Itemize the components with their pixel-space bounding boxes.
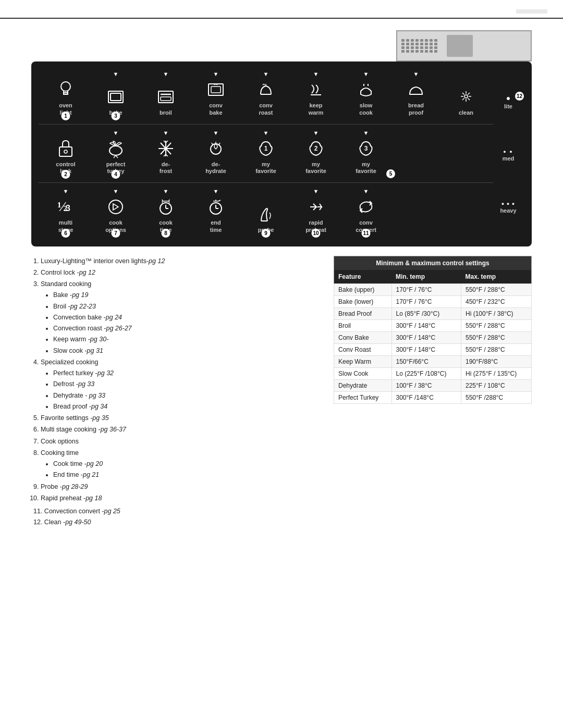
col-min-temp: Min. temp bbox=[391, 270, 461, 284]
btn-conv-bake[interactable]: convbake bbox=[191, 78, 241, 117]
btn-bake[interactable]: bake 3 bbox=[91, 85, 141, 117]
btn-broil[interactable]: broil bbox=[141, 85, 191, 117]
svg-rect-6 bbox=[161, 97, 171, 101]
table-row: Conv Bake300°F / 148°C550°F / 288°C bbox=[334, 331, 532, 343]
note-3c: Convection bake ‑pg 24 bbox=[53, 312, 323, 323]
keep-warm-icon bbox=[307, 78, 325, 101]
table-cell: Lo (225°F /108°C) bbox=[391, 367, 461, 379]
arrow-row3-empty1 bbox=[241, 188, 291, 194]
btn-conv-bake-label: convbake bbox=[209, 102, 223, 117]
btn-perfect-turkey[interactable]: perfectturkey 4 bbox=[91, 137, 141, 176]
note-8a: Cook time ‑pg 20 bbox=[53, 459, 323, 470]
table-cell: 550°F / 288°C bbox=[461, 319, 531, 331]
btn-conv-roast[interactable]: convroast bbox=[241, 78, 291, 117]
note-3f: Slow cook ‑pg 31 bbox=[53, 346, 323, 356]
display-dot bbox=[434, 50, 437, 53]
display-dot bbox=[415, 50, 419, 53]
dehydrate-icon bbox=[206, 137, 225, 160]
badge-2: 2 bbox=[62, 170, 70, 179]
content-area: Luxury-Lighting™ interior oven lights‑pg… bbox=[31, 256, 532, 528]
badge-11: 11 bbox=[362, 229, 371, 238]
svg-rect-3 bbox=[111, 93, 121, 101]
note-11: 11. Convection convert ‑pg 25 bbox=[31, 506, 323, 517]
arrow-row1-convbake: ▼ bbox=[191, 71, 241, 77]
display-dot bbox=[401, 46, 405, 49]
btn-dehydrate-label: de-hydrate bbox=[205, 161, 226, 176]
btn-slow-cook-label: slowcook bbox=[359, 102, 373, 117]
table-cell: 150°F/66°C bbox=[391, 355, 461, 367]
multi-stage-icon: ½ 3 bbox=[54, 195, 77, 218]
btn-oven-light[interactable]: ovenlight 1 bbox=[41, 78, 91, 117]
btn-bread-proof[interactable]: breadproof bbox=[391, 78, 441, 117]
btn-rapid-preheat[interactable]: rapidpreheat 10 bbox=[291, 195, 341, 234]
table-cell: 190°F/88°C bbox=[461, 355, 531, 367]
svg-point-14 bbox=[464, 95, 468, 98]
note-12: 12. Clean ‑pg 49-50 bbox=[31, 517, 323, 528]
btn-multi-stage[interactable]: ½ 3 multistage 6 bbox=[41, 195, 91, 234]
arrow-row2-dehydrate: ▼ bbox=[191, 130, 241, 136]
note-2: Control lock ‑pg 12 bbox=[41, 267, 323, 278]
arrow-row3-empty2 bbox=[391, 188, 441, 194]
table-cell: 170°F / 76°C bbox=[391, 283, 461, 295]
rapid-preheat-icon bbox=[306, 195, 326, 218]
btn-my-favorite-1[interactable]: 1 myfavorite bbox=[241, 137, 291, 176]
my-favorite-1-icon: 1 bbox=[256, 137, 276, 160]
display-dot bbox=[401, 39, 405, 42]
svg-line-39 bbox=[219, 143, 220, 145]
btn-bread-proof-label: breadproof bbox=[408, 102, 424, 117]
btn-clean[interactable]: clean bbox=[441, 85, 491, 117]
right-controls: ● lite 12 ● ● med ● ● ● heavy bbox=[493, 71, 524, 239]
table-cell: 100°F / 38°C bbox=[391, 379, 461, 391]
note-10: Rapid preheat ‑pg 18 bbox=[41, 493, 323, 504]
display-dot bbox=[425, 43, 428, 45]
display-dot bbox=[415, 43, 419, 45]
svg-point-0 bbox=[61, 82, 70, 91]
med-dots: ● ● bbox=[503, 149, 513, 154]
btn-defrost[interactable]: de-frost bbox=[141, 137, 191, 176]
btn-control-lock[interactable]: controllock 2 bbox=[41, 137, 91, 176]
note-3a: Bake ‑pg 19 bbox=[53, 290, 323, 301]
btn-slow-cook[interactable]: slowcook bbox=[341, 78, 391, 117]
arrow-row1-convroast: ▼ bbox=[241, 71, 291, 77]
oven-display-area bbox=[31, 30, 532, 61]
right-lite[interactable]: ● lite 12 bbox=[504, 94, 512, 109]
note-3b: Broil ‑pg 22-23 bbox=[53, 301, 323, 312]
note-5: Favorite settings ‑pg 35 bbox=[41, 413, 323, 424]
arrow-row2-fav2: ▼ bbox=[291, 130, 341, 136]
table-title: Minimum & maximum control settings bbox=[334, 256, 532, 270]
right-med[interactable]: ● ● med bbox=[503, 149, 515, 162]
btn-probe[interactable]: probe 9 bbox=[241, 203, 291, 234]
arrow-row1-light bbox=[41, 71, 91, 77]
badge-4: 4 bbox=[112, 170, 120, 179]
clean-icon bbox=[457, 85, 475, 108]
display-dot bbox=[430, 43, 433, 45]
table-row: Keep Warm150°F/66°C190°F/88°C bbox=[334, 355, 532, 367]
table-row: Bread ProofLo (85°F /30°C)Hi (100°F / 38… bbox=[334, 307, 532, 319]
btn-dehydrate[interactable]: de-hydrate bbox=[191, 137, 241, 176]
btn-cook-options[interactable]: cookoptions 7 bbox=[91, 195, 141, 234]
arrow-row2-lock bbox=[41, 130, 91, 136]
display-dot bbox=[434, 43, 437, 45]
heavy-label: heavy bbox=[500, 207, 516, 214]
btn-cook-time[interactable]: cooktime 8 bbox=[141, 195, 191, 234]
display-dot bbox=[430, 46, 433, 49]
btn-my-favorite-3[interactable]: 3 myfavorite 5 bbox=[341, 137, 391, 176]
btn-keep-warm[interactable]: keepwarm bbox=[291, 78, 341, 117]
svg-text:2: 2 bbox=[314, 145, 318, 152]
note-8: Cooking time Cook time ‑pg 20 End time ‑… bbox=[41, 448, 323, 481]
defrost-icon bbox=[156, 137, 175, 160]
table-row: Dehydrate100°F / 38°C225°F / 108°C bbox=[334, 379, 532, 391]
btn-my-favorite-2-label: myfavorite bbox=[305, 161, 326, 176]
btn-broil-label: broil bbox=[160, 109, 172, 117]
my-favorite-3-icon: 3 bbox=[356, 137, 376, 160]
svg-rect-7 bbox=[209, 84, 223, 95]
btn-end-time[interactable]: endtime bbox=[191, 195, 241, 234]
display-dot bbox=[420, 46, 423, 49]
right-heavy[interactable]: ● ● ● heavy bbox=[500, 201, 516, 214]
btn-conv-convert[interactable]: convconvert 11 bbox=[341, 195, 391, 234]
table-cell: Conv Bake bbox=[334, 331, 392, 343]
btn-my-favorite-1-label: myfavorite bbox=[255, 161, 276, 176]
btn-my-favorite-2[interactable]: 2 myfavorite bbox=[291, 137, 341, 176]
btn-defrost-label: de-frost bbox=[160, 161, 172, 176]
table-cell: Hi (100°F / 38°C) bbox=[461, 307, 531, 319]
